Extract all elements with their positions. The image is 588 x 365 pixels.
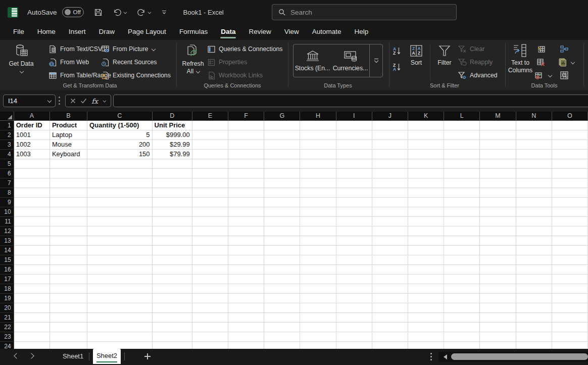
cell-I20[interactable]: [336, 303, 372, 313]
cell-O7[interactable]: [552, 178, 588, 188]
cell-H18[interactable]: [300, 284, 336, 294]
cell-B11[interactable]: [50, 217, 87, 226]
row-header-5[interactable]: 5: [0, 159, 14, 169]
cell-L5[interactable]: [444, 159, 480, 169]
cell-F6[interactable]: [228, 169, 264, 178]
cell-B19[interactable]: [50, 294, 87, 303]
cell-L20[interactable]: [444, 303, 480, 313]
cell-D10[interactable]: [153, 207, 192, 217]
cell-J14[interactable]: [372, 246, 408, 255]
scroll-left-arrow[interactable]: [444, 354, 447, 359]
undo-button[interactable]: [113, 8, 127, 16]
formula-input[interactable]: [113, 95, 588, 107]
cell-F21[interactable]: [228, 313, 264, 323]
cell-I18[interactable]: [336, 284, 372, 294]
cell-B4[interactable]: Keyboard: [50, 150, 87, 159]
cell-I24[interactable]: [336, 342, 372, 349]
cell-K16[interactable]: [408, 265, 444, 275]
cell-K14[interactable]: [408, 246, 444, 255]
cell-K12[interactable]: [408, 226, 444, 236]
next-sheet-button[interactable]: [29, 353, 34, 358]
cell-F17[interactable]: [228, 275, 264, 284]
cell-I11[interactable]: [336, 217, 372, 226]
cell-O20[interactable]: [552, 303, 588, 313]
tab-formulas[interactable]: Formulas: [173, 24, 214, 40]
tab-data[interactable]: Data: [214, 24, 242, 40]
cell-H17[interactable]: [300, 275, 336, 284]
cell-G4[interactable]: [264, 150, 300, 159]
cell-M2[interactable]: [480, 130, 516, 140]
cell-K10[interactable]: [408, 207, 444, 217]
cell-E3[interactable]: [192, 140, 228, 150]
cell-L16[interactable]: [444, 265, 480, 275]
cell-E20[interactable]: [192, 303, 228, 313]
cell-M18[interactable]: [480, 284, 516, 294]
cell-N15[interactable]: [516, 255, 552, 265]
cell-N21[interactable]: [516, 313, 552, 323]
tab-view[interactable]: View: [278, 24, 306, 40]
cell-L18[interactable]: [444, 284, 480, 294]
more-options-icon[interactable]: [430, 353, 432, 361]
cell-O10[interactable]: [552, 207, 588, 217]
from-picture-button[interactable]: From Picture: [101, 43, 155, 55]
row-header-13[interactable]: 13: [0, 236, 14, 246]
cell-O21[interactable]: [552, 313, 588, 323]
cell-A10[interactable]: [14, 207, 50, 217]
cell-K6[interactable]: [408, 169, 444, 178]
cell-I2[interactable]: [336, 130, 372, 140]
cell-C12[interactable]: [87, 226, 152, 236]
tab-home[interactable]: Home: [31, 24, 62, 40]
cell-N10[interactable]: [516, 207, 552, 217]
cell-D23[interactable]: [153, 332, 192, 342]
cell-G17[interactable]: [264, 275, 300, 284]
cell-G18[interactable]: [264, 284, 300, 294]
tab-file[interactable]: File: [7, 24, 31, 40]
cell-C10[interactable]: [87, 207, 152, 217]
cell-L2[interactable]: [444, 130, 480, 140]
cell-G1[interactable]: [264, 121, 300, 130]
cell-G15[interactable]: [264, 255, 300, 265]
cell-L19[interactable]: [444, 294, 480, 303]
column-header-K[interactable]: K: [408, 112, 444, 121]
flash-fill-button[interactable]: [536, 43, 546, 55]
cell-B15[interactable]: [50, 255, 87, 265]
cell-D14[interactable]: [153, 246, 192, 255]
cell-C15[interactable]: [87, 255, 152, 265]
cell-M16[interactable]: [480, 265, 516, 275]
cell-O6[interactable]: [552, 169, 588, 178]
cell-K24[interactable]: [408, 342, 444, 349]
cell-E11[interactable]: [192, 217, 228, 226]
cell-F20[interactable]: [228, 303, 264, 313]
cell-E23[interactable]: [192, 332, 228, 342]
existing-connections-button[interactable]: Existing Connections: [101, 70, 171, 81]
row-header-6[interactable]: 6: [0, 169, 14, 178]
cell-K1[interactable]: [408, 121, 444, 130]
cell-F2[interactable]: [228, 130, 264, 140]
search-input[interactable]: [290, 9, 442, 16]
cell-H8[interactable]: [300, 188, 336, 198]
column-header-H[interactable]: H: [300, 112, 336, 121]
cell-B7[interactable]: [50, 178, 87, 188]
column-header-I[interactable]: I: [336, 112, 372, 121]
cell-O2[interactable]: [552, 130, 588, 140]
cell-D15[interactable]: [153, 255, 192, 265]
cell-H10[interactable]: [300, 207, 336, 217]
cell-E21[interactable]: [192, 313, 228, 323]
cell-H24[interactable]: [300, 342, 336, 349]
cell-F18[interactable]: [228, 284, 264, 294]
tab-page-layout[interactable]: Page Layout: [121, 24, 173, 40]
cell-J5[interactable]: [372, 159, 408, 169]
cell-G11[interactable]: [264, 217, 300, 226]
cell-D24[interactable]: [153, 342, 192, 349]
cell-I22[interactable]: [336, 323, 372, 332]
cell-F19[interactable]: [228, 294, 264, 303]
cell-E5[interactable]: [192, 159, 228, 169]
cell-F9[interactable]: [228, 198, 264, 207]
cell-H3[interactable]: [300, 140, 336, 150]
cell-M17[interactable]: [480, 275, 516, 284]
cell-J4[interactable]: [372, 150, 408, 159]
cell-M23[interactable]: [480, 332, 516, 342]
column-header-M[interactable]: M: [480, 112, 516, 121]
cell-N5[interactable]: [516, 159, 552, 169]
cell-I10[interactable]: [336, 207, 372, 217]
